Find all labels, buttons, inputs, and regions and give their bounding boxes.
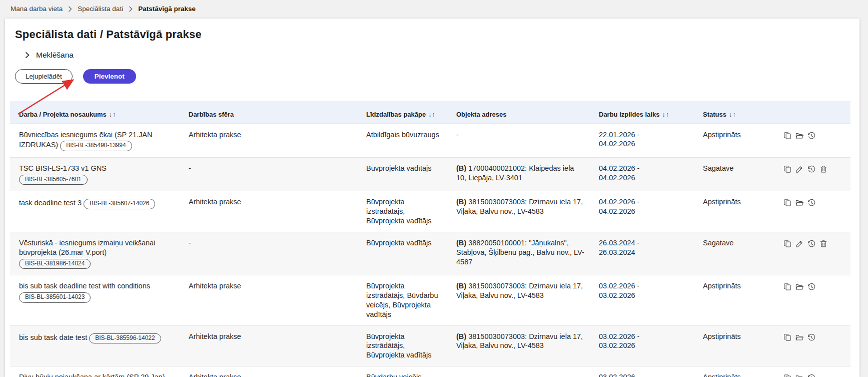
copy-icon[interactable]: [783, 282, 792, 291]
cell-work-period: 03.02.2026 - 03.02.2026: [590, 275, 694, 325]
column-label: Statuss: [703, 111, 726, 118]
cell-object-address: (B) 17000400021002: Klaipēdas iela 10, L…: [447, 157, 590, 191]
history-icon[interactable]: [807, 282, 816, 291]
breadcrumb: Mana darba vieta Speciālista dati Patstā…: [0, 0, 868, 17]
cell-participation-degree: Būvprojekta vadītājs: [357, 232, 447, 275]
cell-project-name: task deadline test 3 BIS-BL-385607-14026: [10, 191, 180, 232]
copy-icon[interactable]: [783, 333, 792, 342]
folder-open-icon[interactable]: [795, 282, 804, 291]
folder-open-icon[interactable]: [795, 198, 804, 207]
address-text: -: [456, 373, 459, 377]
column-label: Līdzdalības pakāpe: [366, 111, 426, 118]
column-header-l-dzdal-bas-pak-pe[interactable]: Līdzdalības pakāpe↓↑: [357, 101, 447, 124]
address-type-label: (B): [456, 332, 466, 340]
cell-project-name: TSC BISI-LS-1733 v1 GNS BIS-BL-385605-76…: [10, 157, 180, 191]
copy-icon[interactable]: [783, 239, 792, 248]
chevron-right-icon: [25, 52, 30, 59]
cell-activity-sphere: Arhitekta prakse: [180, 366, 357, 377]
row-title[interactable]: Vēsturiskā - iesniegums izmaiņu veikšana…: [19, 239, 155, 256]
folder-open-icon[interactable]: [795, 131, 804, 140]
cell-activity-sphere: Arhitekta prakse: [180, 124, 357, 157]
column-label: Darbības sfēra: [189, 111, 234, 118]
history-icon[interactable]: [807, 373, 816, 377]
work-period: 04.02.2026 - 04.02.2026: [599, 164, 658, 183]
sort-arrows-icon[interactable]: ↓↑: [109, 111, 117, 118]
work-period: 03.02.2026 - 03.02.2026: [599, 281, 658, 300]
row-title[interactable]: task deadline test 3: [19, 199, 82, 207]
breadcrumb-item-current-page: Patstāvīgā prakse: [138, 5, 196, 13]
address-text: 17000400021002: Klaipēdas iela 10, Liepā…: [456, 164, 574, 182]
work-period: 26.03.2024 - 26.03.2024: [599, 238, 658, 257]
cell-work-period: 04.02.2026 - 04.02.2026: [590, 157, 694, 191]
cell-status: Apstiprināts: [694, 366, 770, 377]
table-header: Darba / Projekta nosaukums↓↑Darbības sfē…: [10, 101, 850, 124]
address-type-label: (B): [456, 198, 466, 206]
table-row: task deadline test 3 BIS-BL-385607-14026…: [10, 191, 850, 232]
cell-object-address: -: [447, 366, 590, 377]
folder-open-icon[interactable]: [795, 373, 804, 377]
cell-status: Apstiprināts: [694, 191, 770, 232]
cell-participation-degree: Būvprojekta izstrādātājs, Būvprojekta va…: [357, 325, 447, 366]
sort-arrows-icon[interactable]: ↓↑: [729, 111, 736, 118]
cell-object-address: (B) 38150030073003: Dzirnavu iela 17, Vi…: [447, 325, 590, 366]
history-icon[interactable]: [807, 333, 816, 342]
sort-arrows-icon[interactable]: ↓↑: [428, 111, 436, 118]
address-type-label: (B): [456, 164, 466, 172]
row-title[interactable]: TSC BISI-LS-1733 v1 GNS: [19, 164, 107, 172]
sort-arrows-icon[interactable]: ↓↑: [662, 111, 669, 118]
address-text: -: [456, 131, 459, 139]
table-row: Vēsturiskā - iesniegums izmaiņu veikšana…: [10, 232, 850, 275]
table-row: bis sub task date test BIS-BL-385596-140…: [10, 325, 850, 366]
cell-work-period: 03.02.2026 - 03.02.2026: [590, 325, 694, 366]
table-header-row: Darba / Projekta nosaukums↓↑Darbības sfē…: [10, 101, 850, 124]
toolbar: Lejupielādēt Pievienot: [15, 69, 859, 84]
status-badge: Apstiprināts: [703, 198, 741, 206]
status-badge: Apstiprināts: [703, 332, 741, 340]
row-title[interactable]: Divu būvju nojaukšana ar kārtām (SP 29.J…: [19, 373, 165, 377]
history-icon[interactable]: [807, 239, 816, 248]
delete-icon[interactable]: [819, 165, 828, 174]
status-badge: Sagatave: [703, 164, 733, 172]
edit-icon[interactable]: [795, 239, 804, 248]
address-text: 38150030073003: Dzirnavu iela 17, Viļaka…: [456, 282, 583, 299]
download-button[interactable]: Lejupielādēt: [15, 69, 73, 84]
cell-activity-sphere: Arhitekta prakse: [180, 275, 357, 325]
cell-activity-sphere: Arhitekta prakse: [180, 191, 357, 232]
cell-participation-degree: Būvprojekta izstrādātājs, Būvdarbu veicē…: [357, 275, 447, 325]
cell-work-period: 04.02.2026 - 04.02.2026: [590, 191, 694, 232]
edit-icon[interactable]: [795, 165, 804, 174]
cell-work-period: 22.01.2026 - 04.02.2026: [590, 124, 694, 157]
cell-object-address: (B) 38820050100001: "Jāņukalns", Stabļov…: [447, 232, 590, 275]
column-header-statuss[interactable]: Statuss↓↑: [694, 101, 770, 124]
breadcrumb-item-specialista-dati[interactable]: Speciālista dati: [78, 5, 123, 13]
add-button[interactable]: Pievienot: [83, 69, 136, 84]
address-text: 38820050100001: "Jāņukalns", Stabļova, Š…: [456, 239, 584, 266]
status-badge: Apstiprināts: [703, 282, 741, 290]
delete-icon[interactable]: [819, 239, 828, 248]
copy-icon[interactable]: [783, 198, 792, 207]
address-text: 38150030073003: Dzirnavu iela 17, Viļaka…: [456, 332, 583, 350]
breadcrumb-item-mana-darba-vieta[interactable]: Mana darba vieta: [11, 5, 63, 13]
column-label: Objekta adreses: [456, 111, 506, 118]
copy-icon[interactable]: [783, 373, 792, 377]
history-icon[interactable]: [807, 131, 816, 140]
practice-table-wrapper: Darba / Projekta nosaukums↓↑Darbības sfē…: [10, 101, 845, 377]
column-header-darbu-izpildes-laiks[interactable]: Darbu izpildes laiks↓↑: [590, 101, 694, 124]
row-number-badge: BIS-BL-385607-14026: [84, 199, 155, 209]
cell-object-address: (B) 38150030073003: Dzirnavu iela 17, Vi…: [447, 191, 590, 232]
row-number-badge: BIS-BL-385605-7601: [19, 175, 88, 185]
work-period: 03.02.2026 - 03.02.2026: [599, 372, 658, 377]
chevron-right-icon: [68, 6, 72, 12]
work-period: 03.02.2026 - 03.02.2026: [599, 332, 658, 351]
history-icon[interactable]: [807, 198, 816, 207]
copy-icon[interactable]: [783, 131, 792, 140]
folder-open-icon[interactable]: [795, 333, 804, 342]
copy-icon[interactable]: [783, 165, 792, 174]
work-period: 22.01.2026 - 04.02.2026: [599, 130, 658, 149]
history-icon[interactable]: [807, 165, 816, 174]
row-number-badge: BIS-BL-385490-13994: [60, 141, 132, 151]
column-header-darba-projekta-nosaukums[interactable]: Darba / Projekta nosaukums↓↑: [10, 101, 180, 124]
search-toggle[interactable]: Meklēšana: [25, 51, 74, 60]
row-title[interactable]: bis sub task deadline test with conditio…: [19, 282, 150, 290]
row-title[interactable]: bis sub task date test: [19, 333, 87, 341]
